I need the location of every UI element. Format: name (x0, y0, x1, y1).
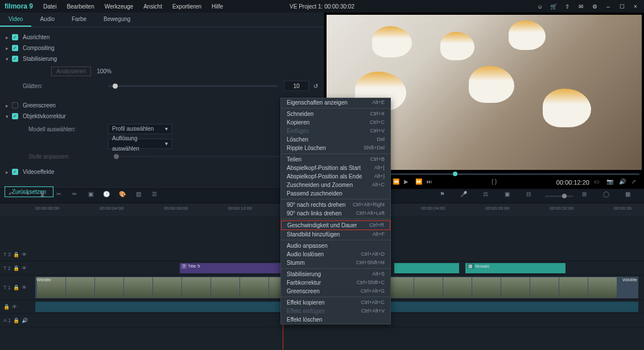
maximize-icon[interactable]: ☐ (618, 3, 626, 10)
fit-icon[interactable]: ◯ (601, 191, 611, 201)
ctx-item[interactable]: Geschwindigkeit und DauerCtrl+R (281, 220, 390, 230)
snapshot-icon[interactable]: 📷 (606, 178, 614, 186)
checkbox-greenscreen[interactable] (12, 102, 18, 109)
checkbox-ausrichten[interactable]: ✓ (12, 34, 18, 40)
checkbox-compositing[interactable]: ✓ (12, 45, 18, 51)
render-icon[interactable]: ▣ (502, 191, 512, 201)
color-icon[interactable]: 🎨 (117, 191, 127, 201)
tab-audio[interactable]: Audio (31, 13, 63, 27)
expand-icon[interactable]: ▸ (6, 103, 9, 109)
lock-icon[interactable]: 🔒 (13, 265, 19, 271)
ctx-item[interactable]: StabilisierungAlt+S (281, 270, 390, 278)
ctx-item[interactable]: LöschenDel (281, 135, 390, 144)
ctx-item[interactable]: Effekt löschen (281, 315, 390, 324)
expand-icon[interactable]: ▸ (6, 169, 9, 175)
skip-fwd-icon[interactable]: ⏭ (427, 178, 435, 186)
zoom-in-icon[interactable]: ⊞ (579, 191, 589, 201)
ctx-item[interactable]: StummCtrl+Shift+M (281, 259, 390, 267)
mixer-icon[interactable]: ⚖ (480, 191, 490, 201)
eye-icon[interactable]: 👁 (22, 252, 27, 257)
analysieren-button[interactable]: Analysieren (51, 66, 91, 76)
lock-icon[interactable]: 🔒 (3, 304, 10, 310)
expand-icon[interactable]: ▸ (6, 45, 9, 51)
crop-icon[interactable]: ▣ (85, 191, 96, 201)
menu-werkzeuge[interactable]: Werkzeuge (105, 3, 133, 10)
ctx-item[interactable]: Ripple LöschenShift+Del (281, 144, 390, 152)
loop-icon[interactable]: { } (492, 178, 499, 186)
eye-icon[interactable]: 👁 (22, 285, 27, 290)
close-icon[interactable]: × (631, 3, 639, 10)
clip-mosaic[interactable]: ▦ Mosaic (465, 263, 565, 273)
list-icon[interactable]: ☰ (149, 191, 159, 201)
upload-icon[interactable]: ⇧ (563, 3, 571, 10)
delete-icon[interactable]: 🗑 (38, 191, 48, 201)
menu-bearbeiten[interactable]: Bearbeiten (67, 3, 94, 10)
speed-icon[interactable]: 🕑 (101, 191, 112, 201)
ctx-item[interactable]: Abspielkopf-Position als EndeAlt+] (281, 172, 390, 181)
ctx-item[interactable]: GreenscreenCtrl+Alt+G (281, 287, 390, 295)
expand-icon[interactable]: ▾ (6, 56, 9, 62)
reset-icon[interactable]: ↺ (313, 83, 318, 89)
zoom-out-icon[interactable]: ⊟ (523, 191, 534, 201)
clip-title5[interactable]: T Title 5 (180, 263, 282, 273)
ctx-item[interactable]: Passend zuschneiden (281, 189, 390, 198)
volume-icon[interactable]: 🔊 (619, 178, 627, 186)
ctx-item[interactable]: 90° nach links drehenCtrl+Alt+Left (281, 209, 390, 218)
tab-farbe[interactable]: Farbe (63, 13, 95, 27)
ctx-item[interactable]: Eigenschaften anzeigenAlt+E (281, 98, 390, 107)
ctx-item[interactable]: Effekt kopierenCtrl+Alt+C (281, 298, 390, 307)
ctx-item[interactable]: Zuschneiden und ZoomenAlt+C (281, 181, 390, 189)
marker-icon[interactable]: ⚑ (437, 191, 447, 201)
lock-icon[interactable]: 🔒 (13, 318, 19, 323)
ctx-item[interactable]: FarbkorrekturCtrl+Shift+C (281, 278, 390, 287)
menu-hilfe[interactable]: Hilfe (212, 3, 223, 10)
menu-datei[interactable]: Datei (43, 3, 56, 10)
profil-dropdown[interactable]: Profil auswählen▾ (108, 124, 172, 134)
zoom-slider[interactable] (545, 195, 573, 197)
play-icon[interactable]: ▶ (404, 178, 412, 186)
glatten-slider[interactable] (108, 85, 278, 87)
cut-icon[interactable]: ✂ (53, 191, 64, 201)
cart-icon[interactable]: 🛒 (550, 3, 558, 10)
fullscreen-icon[interactable]: ▭ (594, 178, 602, 186)
minimize-icon[interactable]: – (604, 3, 612, 10)
mic-icon[interactable]: 🎤 (459, 191, 469, 201)
lock-icon[interactable]: 🔒 (13, 252, 19, 257)
step-back-icon[interactable]: ⏪ (393, 178, 401, 186)
undo-icon[interactable]: ↶ (6, 191, 16, 201)
ctx-item[interactable]: Audio loslösenCtrl+Alt+D (281, 250, 390, 259)
user-icon[interactable]: ☺ (536, 3, 544, 10)
expand-icon[interactable]: ▾ (6, 114, 9, 119)
tab-video[interactable]: Video (0, 13, 31, 27)
redo-icon[interactable]: ↷ (22, 191, 32, 201)
menu-ansicht[interactable]: Ansicht (143, 3, 162, 10)
manage-icon[interactable]: ▦ (622, 191, 633, 201)
clip-fx1[interactable] (394, 263, 459, 273)
aufl-dropdown[interactable]: Auflösung auswählen▾ (108, 139, 172, 149)
glatten-input[interactable]: 10 (284, 81, 309, 91)
ctx-item[interactable]: KopierenCtrl+C (281, 118, 390, 127)
step-fwd-icon[interactable]: ⏩ (415, 178, 423, 186)
mute-icon[interactable]: 🔊 (22, 318, 28, 323)
checkbox-videoeffekte[interactable]: ✓ (12, 169, 18, 175)
ctx-item[interactable]: Standbild hinzufügenAlt+F (281, 230, 390, 239)
ctx-item[interactable]: TeilenCtrl+B (281, 155, 390, 164)
stufe-slider (114, 156, 303, 157)
ctx-item[interactable]: Audio anpassen (281, 241, 390, 250)
ctx-item[interactable]: SchneidenCtrl+X (281, 110, 390, 118)
expand-icon[interactable]: ⤢ (631, 178, 639, 186)
eye-icon[interactable]: 👁 (22, 265, 27, 271)
settings-icon[interactable]: ⚙ (591, 3, 598, 10)
lock-icon[interactable]: 🔒 (13, 285, 19, 290)
eye-icon[interactable]: 👁 (12, 304, 17, 310)
greenscreen-icon[interactable]: ▧ (133, 191, 143, 201)
ctx-item[interactable]: 90° nach rechts drehenCtrl+Alt+Right (281, 201, 390, 209)
checkbox-stabilisierung[interactable]: ✓ (12, 56, 18, 62)
expand-icon[interactable]: ▸ (6, 35, 9, 40)
checkbox-objektiv[interactable]: ✓ (12, 113, 18, 119)
edit-icon[interactable]: ✏ (69, 191, 80, 201)
mail-icon[interactable]: ✉ (577, 3, 585, 10)
tab-bewegung[interactable]: Bewegung (95, 13, 139, 27)
menu-exportieren[interactable]: Exportieren (172, 3, 201, 10)
ctx-item[interactable]: Abspielkopf-Position als StartAlt+[ (281, 164, 390, 172)
